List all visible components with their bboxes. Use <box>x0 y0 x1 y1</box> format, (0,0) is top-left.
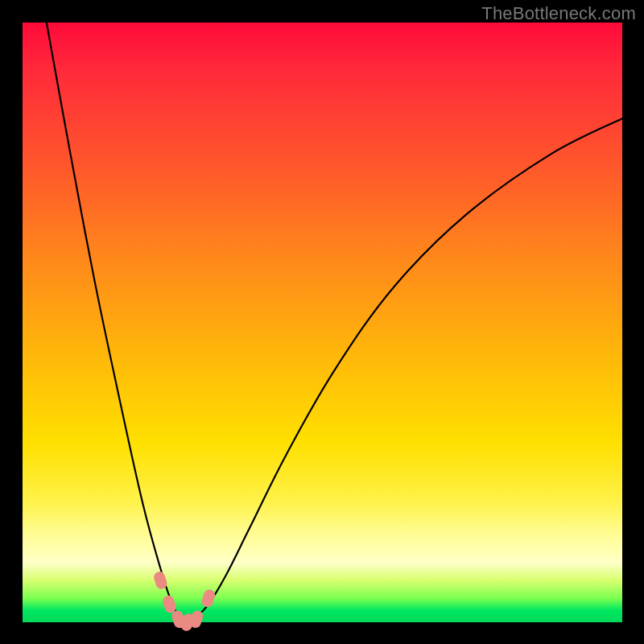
curve-path <box>47 23 622 623</box>
trough-marker <box>200 588 217 609</box>
trough-nubs <box>152 570 217 632</box>
chart-frame: TheBottleneck.com <box>0 0 644 644</box>
bottleneck-curve <box>23 23 622 622</box>
watermark-text: TheBottleneck.com <box>481 3 636 24</box>
plot-area <box>23 23 622 622</box>
